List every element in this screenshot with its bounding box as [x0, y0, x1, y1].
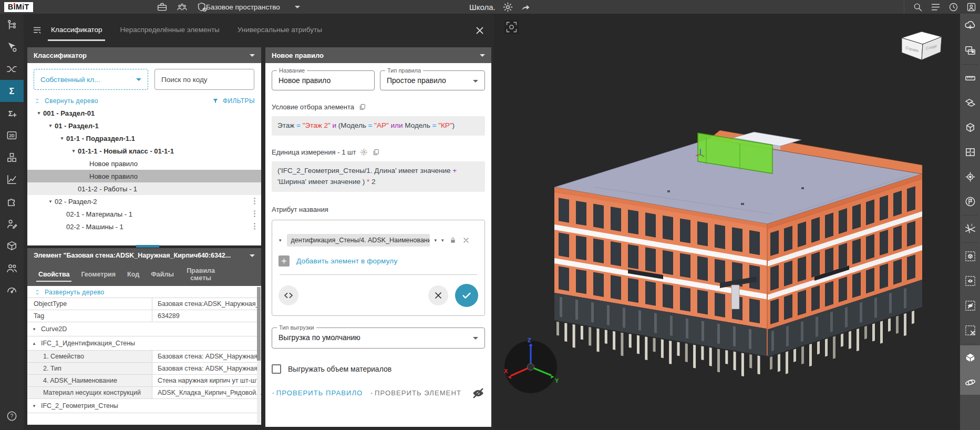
rail-item-select-node[interactable] — [0, 36, 24, 58]
tree-node[interactable]: ▾01 - Раздел-1 — [27, 119, 261, 132]
tree-node[interactable]: ▾001 - Раздел-01 — [27, 107, 261, 119]
toolbar-show-eye-button[interactable] — [960, 269, 980, 293]
panel-resize-handle[interactable] — [136, 245, 159, 248]
export-type-select[interactable]: Тип выгрузки Выгрузка по умолчанию — [272, 327, 485, 349]
panel-menu-icon[interactable] — [32, 25, 44, 36]
tree-node[interactable]: Новое правило — [27, 157, 261, 170]
materials-checkbox-row[interactable]: Выгружать объем материалов — [272, 364, 485, 374]
rail-item-connections[interactable] — [0, 58, 24, 80]
tree-node[interactable]: ▾01-1-1 - Новый класс - 01-1-1 — [27, 145, 261, 157]
chevron-down-icon[interactable]: ▾ — [278, 238, 282, 243]
search-icon[interactable] — [912, 2, 923, 13]
add-element-link[interactable]: Добавить элемент в формулу — [296, 257, 397, 265]
kebab-menu-icon[interactable] — [250, 197, 259, 206]
rail-item-export-model[interactable] — [0, 234, 24, 257]
workspace-selector[interactable]: Базовое пространство — [206, 3, 300, 11]
classifier-type-dropdown[interactable]: Собственный кл... — [34, 69, 148, 90]
materials-checkbox[interactable] — [272, 364, 281, 374]
toolbar-section-planes-button[interactable] — [960, 90, 980, 115]
view-cube[interactable]: Справа Сзади — [900, 29, 944, 63]
plus-icon[interactable] — [278, 255, 290, 267]
panel-tab-3[interactable]: Универсальные атрибуты — [238, 14, 322, 47]
code-search-input[interactable] — [154, 69, 254, 90]
list-menu-icon[interactable] — [930, 2, 941, 13]
element-tab-4[interactable]: Файлы — [151, 271, 174, 278]
tree-node[interactable]: 01-1-2 - Работы - 1 — [27, 182, 261, 195]
toolbar-box-section-button[interactable] — [960, 115, 980, 140]
remove-chip-icon[interactable] — [462, 236, 470, 244]
tree-node[interactable]: 02-2 - Машины - 1 — [27, 220, 261, 233]
tree-node[interactable]: 02-1 - Материалы - 1 — [27, 208, 261, 220]
expand-tree-link[interactable]: Развернуть дерево — [34, 289, 255, 296]
unit-formula[interactable]: ('IFC_2_Геометрия_Стены/1. Длина' имеет … — [272, 161, 485, 192]
account-icon[interactable] — [966, 2, 977, 13]
tree-caret-icon[interactable]: ▾ — [35, 110, 43, 116]
viewport-expand-button[interactable] — [504, 20, 519, 34]
toolbar-overlay-models-button[interactable] — [960, 38, 980, 63]
tree-caret-icon[interactable]: ▾ — [58, 136, 66, 141]
tree-caret-icon[interactable]: ▾ — [46, 199, 55, 204]
toolbar-locate-button[interactable] — [960, 165, 980, 189]
confirm-button[interactable] — [455, 284, 478, 307]
toolbar-axes-grid-button[interactable]: 12 — [960, 217, 980, 241]
property-group-row[interactable]: ▴IFC_1_Идентификация_Стены — [27, 336, 261, 351]
classifier-header[interactable]: Классификатор — [27, 47, 261, 63]
close-icon[interactable] — [474, 25, 486, 36]
toolbar-solid-cube-button[interactable] — [960, 345, 980, 370]
element-scrollbar[interactable] — [257, 287, 261, 424]
share-icon[interactable] — [520, 2, 531, 13]
rule-type-select[interactable]: Тип правила Простое правило — [380, 70, 485, 90]
tree-node[interactable]: Новое правило — [27, 170, 261, 182]
code-view-button[interactable] — [278, 285, 298, 305]
cancel-button[interactable] — [428, 285, 448, 305]
rail-item-sum-add[interactable]: Σ — [0, 102, 24, 124]
copy-icon[interactable] — [358, 103, 366, 111]
axis-gizmo[interactable]: X Y Z — [500, 336, 561, 397]
element-tab-3[interactable]: Код — [127, 271, 139, 278]
rail-item-hierarchy[interactable] — [0, 14, 24, 36]
briefcase-icon[interactable] — [157, 2, 168, 13]
rail-item-2d-view[interactable]: 2D — [0, 124, 24, 146]
notifications-icon[interactable] — [948, 2, 959, 13]
attribute-chip[interactable]: дентификация_Стены/4. ADSK_Наименование — [287, 234, 430, 247]
toolbar-clear-selection-button[interactable] — [960, 318, 980, 343]
toolbar-orbit-button[interactable] — [960, 370, 980, 395]
3d-viewport[interactable]: Справа Сзади X Y Z — [494, 14, 960, 430]
toolbar-floor-plan-button[interactable] — [960, 140, 980, 165]
toolbar-ghost-cube-button[interactable] — [960, 244, 980, 269]
chevron-down-icon[interactable]: ▾ — [441, 238, 444, 243]
filters-link[interactable]: ФИЛЬТРЫ — [212, 97, 255, 105]
rail-item-sum[interactable]: Σ — [0, 80, 24, 102]
toolbar-ruler-button[interactable] — [960, 66, 980, 90]
toolbar-flag-button[interactable] — [960, 189, 980, 214]
check-element-button[interactable]: ·ПРОВЕРИТЬ ЭЛЕМЕНТ — [370, 389, 461, 397]
element-tab-5[interactable]: Правила сметы — [185, 267, 216, 282]
tree-caret-icon[interactable]: ▾ — [46, 123, 55, 128]
group-caret-icon[interactable]: ▾ — [27, 403, 41, 408]
gear-icon[interactable] — [360, 148, 368, 156]
panel-tab-2[interactable]: Нераспределённые элементы — [120, 14, 219, 47]
rule-name-field[interactable]: Название Новое правило — [272, 70, 375, 90]
rail-item-users[interactable] — [0, 257, 24, 279]
element-header[interactable]: Элемент "Базовая стена:ADSK_Наружная_Кир… — [27, 248, 261, 263]
kebab-menu-icon[interactable] — [250, 209, 259, 218]
tree-node[interactable]: ▾01-1 - Подраздел-1.1 — [27, 132, 261, 145]
help-button[interactable]: ? — [0, 405, 24, 427]
group-caret-icon[interactable]: ▾ — [27, 326, 41, 332]
lock-icon[interactable] — [449, 236, 457, 244]
rail-item-structure-blocks[interactable] — [0, 146, 24, 168]
condition-formula[interactable]: Этаж = "Этаж 2" и (Модель = "АР" или Мод… — [272, 116, 485, 136]
toolbar-point-cloud-button[interactable] — [960, 14, 980, 38]
rule-header[interactable]: Новое правило — [265, 47, 491, 63]
copy-icon[interactable] — [372, 148, 380, 156]
eye-off-icon[interactable] — [471, 386, 485, 400]
rail-item-gauge[interactable] — [0, 279, 24, 301]
group-caret-icon[interactable]: ▴ — [27, 341, 41, 346]
property-group-row[interactable]: ▾Curve2D — [27, 322, 261, 336]
tree-caret-icon[interactable]: ▾ — [69, 148, 78, 153]
gear-icon[interactable] — [502, 2, 513, 13]
property-group-row[interactable]: ▾IFC_2_Геометрия_Стены — [27, 399, 261, 413]
rail-item-person-edit[interactable] — [0, 212, 24, 234]
check-rule-button[interactable]: ·ПРОВЕРИТЬ ПРАВИЛО — [272, 389, 363, 397]
tree-node[interactable]: ▾02 - Раздел-2 — [27, 195, 261, 208]
